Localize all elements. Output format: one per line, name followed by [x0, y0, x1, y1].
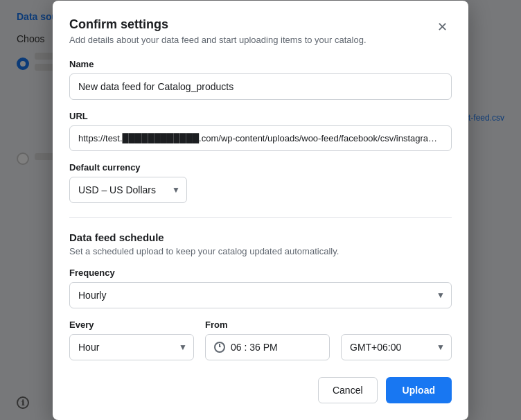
schedule-section: Data feed schedule Set a scheduled uploa… [69, 231, 452, 360]
every-field: Every Hour 2 Hours 4 Hours 6 Hours 12 Ho… [69, 320, 194, 360]
timezone-select-wrapper: GMT+06:00 GMT+00:00 GMT+05:30 GMT-05:00 … [341, 334, 452, 360]
url-section: URL [69, 111, 452, 151]
modal-footer: Cancel Upload [69, 377, 452, 403]
divider [69, 217, 452, 218]
time-value: 06 : 36 PM [231, 342, 278, 353]
from-field: From 06 : 36 PM [205, 320, 330, 360]
from-label: From [205, 320, 330, 330]
timezone-field: GMT+06:00 GMT+00:00 GMT+05:30 GMT-05:00 … [341, 320, 452, 360]
every-select[interactable]: Hour 2 Hours 4 Hours 6 Hours 12 Hours [69, 334, 194, 360]
currency-section: Default currency USD – US Dollars ▼ [69, 162, 452, 203]
currency-label: Default currency [69, 162, 452, 173]
schedule-row: Every Hour 2 Hours 4 Hours 6 Hours 12 Ho… [69, 320, 452, 360]
schedule-subtitle: Set a scheduled upload to keep your cata… [69, 246, 452, 256]
clock-icon [214, 342, 225, 353]
frequency-label: Frequency [69, 268, 452, 278]
time-input-wrapper[interactable]: 06 : 36 PM [205, 334, 330, 360]
frequency-select[interactable]: Hourly Daily Weekly [69, 282, 452, 308]
modal-subtitle: Add details about your data feed and sta… [69, 35, 367, 45]
schedule-title: Data feed schedule [69, 231, 452, 243]
timezone-select[interactable]: GMT+06:00 GMT+00:00 GMT+05:30 GMT-05:00 [341, 334, 452, 360]
url-input[interactable] [69, 125, 452, 151]
name-section: Name [69, 59, 452, 100]
frequency-section: Frequency Hourly Daily Weekly ▼ [69, 268, 452, 308]
url-label: URL [69, 111, 452, 121]
frequency-select-wrapper: Hourly Daily Weekly ▼ [69, 282, 452, 308]
currency-select[interactable]: USD – US Dollars [69, 177, 187, 203]
cancel-button[interactable]: Cancel [318, 377, 378, 403]
every-select-wrapper: Hour 2 Hours 4 Hours 6 Hours 12 Hours ▼ [69, 334, 194, 360]
modal-header-text: Confirm settings Add details about your … [69, 17, 367, 45]
close-button[interactable]: ✕ [432, 17, 452, 37]
upload-button[interactable]: Upload [386, 377, 452, 403]
modal-title: Confirm settings [69, 17, 367, 32]
every-label: Every [69, 320, 194, 330]
name-label: Name [69, 59, 452, 69]
modal-overlay: Confirm settings Add details about your … [0, 0, 521, 420]
currency-select-wrapper: USD – US Dollars ▼ [69, 177, 187, 203]
name-input[interactable] [69, 73, 452, 100]
confirm-settings-modal: Confirm settings Add details about your … [53, 1, 468, 420]
modal-header: Confirm settings Add details about your … [69, 17, 452, 45]
